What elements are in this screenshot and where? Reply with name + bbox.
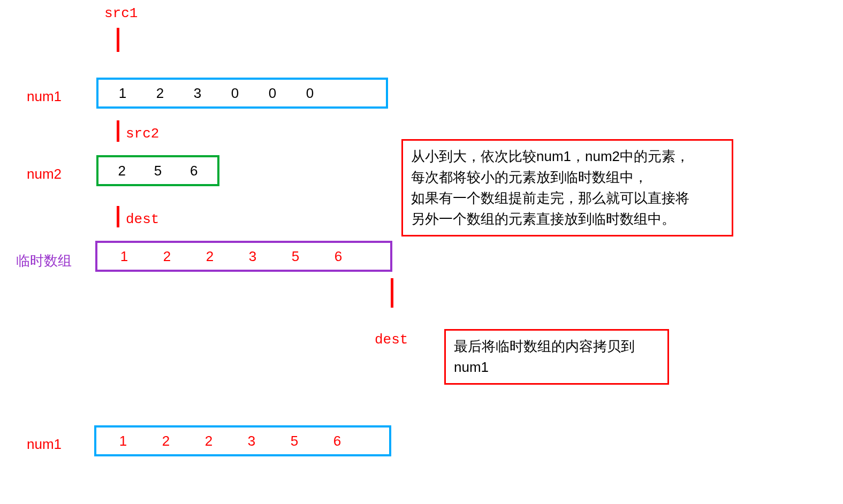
array-cell: 1 — [103, 248, 146, 265]
explanation-line: 如果有一个数组提前走完，那么就可以直接将 — [411, 188, 724, 209]
pointer-src1-line — [117, 28, 119, 52]
array-temp: 1 2 2 3 5 6 — [95, 241, 392, 272]
array-cell: 3 — [231, 248, 274, 265]
array-num1-top: 1 2 3 0 0 0 — [96, 78, 388, 109]
array-cell: 2 — [104, 163, 140, 179]
explanation-box-2: 最后将临时数组的内容拷贝到num1 — [444, 329, 669, 385]
pointer-src2-label: src2 — [126, 126, 159, 142]
pointer-src2-line — [117, 120, 119, 142]
array-cell: 2 — [146, 248, 188, 265]
array-cell: 6 — [176, 163, 212, 179]
array-cell: 0 — [254, 85, 291, 102]
label-num2: num2 — [27, 166, 62, 182]
array-cell: 2 — [188, 248, 231, 265]
array-cell: 0 — [291, 85, 329, 102]
array-cell: 1 — [104, 85, 141, 102]
array-cell: 6 — [316, 433, 359, 449]
pointer-dest-top-line — [117, 206, 119, 227]
array-cell: 6 — [317, 248, 360, 265]
array-cell: 3 — [179, 85, 216, 102]
array-cell: 2 — [145, 433, 187, 449]
pointer-dest-top-label: dest — [126, 211, 159, 227]
array-cell: 5 — [140, 163, 176, 179]
explanation-box-1: 从小到大，依次比较num1，num2中的元素， 每次都将较小的元素放到临时数组中… — [401, 139, 733, 236]
explanation-line: 最后将临时数组的内容拷贝到num1 — [454, 336, 659, 378]
pointer-dest-bottom-label: dest — [375, 332, 408, 348]
explanation-line: 另外一个数组的元素直接放到临时数组中。 — [411, 209, 724, 230]
array-num2: 2 5 6 — [96, 155, 219, 186]
array-cell: 2 — [187, 433, 230, 449]
array-cell: 5 — [273, 433, 316, 449]
label-num1-top: num1 — [27, 88, 62, 105]
pointer-dest-bottom-line — [391, 278, 393, 308]
array-num1-bottom: 1 2 2 3 5 6 — [94, 425, 391, 456]
array-cell: 5 — [274, 248, 317, 265]
array-cell: 3 — [230, 433, 273, 449]
array-cell: 2 — [141, 85, 179, 102]
pointer-src1-label: src1 — [104, 5, 138, 21]
array-cell: 1 — [102, 433, 145, 449]
label-temp-array: 临时数组 — [16, 251, 72, 270]
explanation-line: 每次都将较小的元素放到临时数组中， — [411, 167, 724, 188]
explanation-line: 从小到大，依次比较num1，num2中的元素， — [411, 146, 724, 167]
label-num1-bottom: num1 — [27, 436, 62, 453]
array-cell: 0 — [216, 85, 254, 102]
